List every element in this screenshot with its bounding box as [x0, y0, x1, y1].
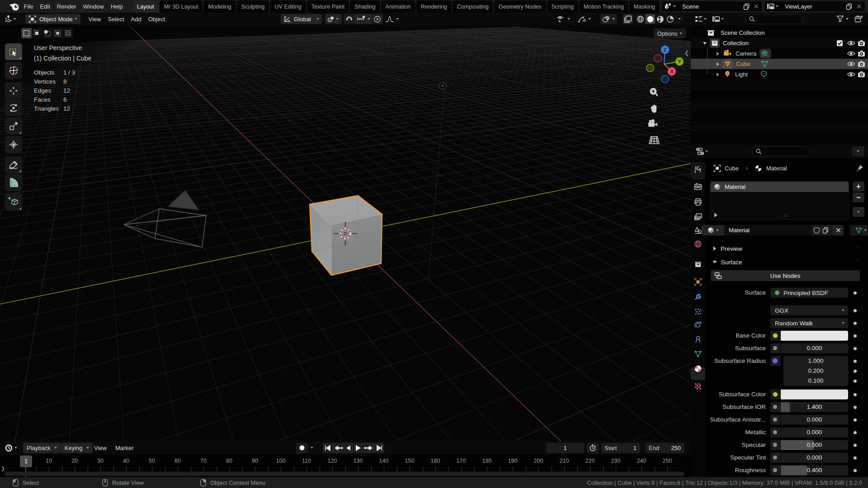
svg-text:Y: Y — [678, 59, 681, 64]
svg-text:Z: Z — [663, 47, 666, 52]
svg-text:X: X — [670, 69, 674, 74]
